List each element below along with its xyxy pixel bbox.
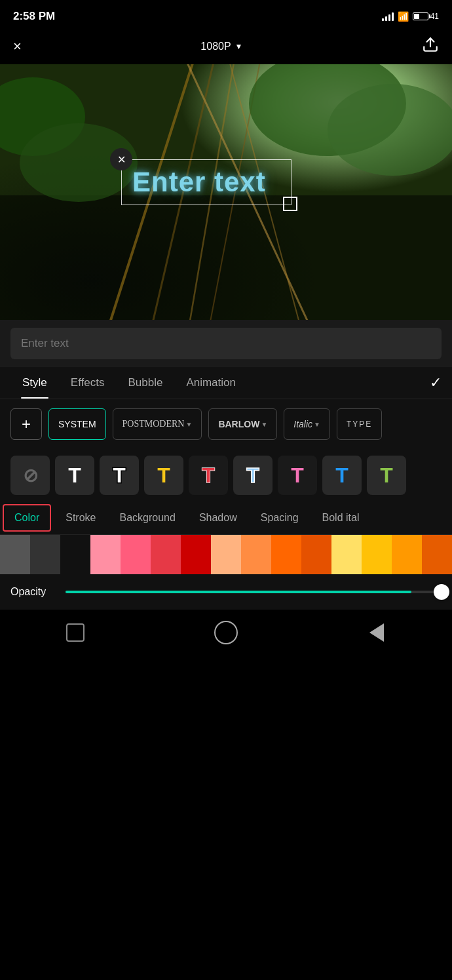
nav-stop-button[interactable] — [61, 618, 90, 647]
resolution-selector[interactable]: 1080P ▼ — [200, 41, 242, 52]
status-time: 2:58 PM — [13, 10, 55, 23]
bottom-panel: Style Effects Bubble Animation ✓ + SYSTE… — [0, 320, 452, 610]
style-red-outline[interactable]: T — [189, 456, 228, 495]
record-icon — [214, 621, 238, 644]
back-icon — [369, 623, 384, 642]
download-icon: ▼ — [261, 421, 267, 428]
subtab-shadow[interactable]: Shadow — [187, 504, 249, 532]
resolution-label: 1080P — [200, 41, 231, 52]
swatch-0[interactable] — [0, 535, 30, 574]
swatch-2[interactable] — [60, 535, 90, 574]
color-subtabs: Color Stroke Background Shadow Spacing B… — [0, 501, 452, 535]
text-bounding-box[interactable]: Enter text — [121, 159, 292, 205]
subtab-spacing[interactable]: Spacing — [249, 504, 311, 532]
stop-icon — [66, 623, 85, 642]
text-overlay-label: Enter text — [132, 167, 266, 197]
opacity-fill — [66, 591, 411, 593]
subtab-background[interactable]: Background — [107, 504, 187, 532]
opacity-thumb[interactable] — [434, 584, 449, 600]
color-palette — [0, 535, 452, 574]
nav-back-button[interactable] — [362, 618, 391, 647]
close-button[interactable]: × — [13, 38, 22, 55]
font-barlow[interactable]: BARLOW ▼ — [208, 408, 277, 440]
status-icons: 📶 41 — [382, 11, 439, 22]
style-blue-solid[interactable]: T — [322, 456, 362, 495]
video-background: ✕ Enter text — [0, 64, 452, 320]
signal-icon — [382, 12, 394, 21]
style-blue-outline[interactable]: T — [233, 456, 273, 495]
swatch-11[interactable] — [331, 535, 362, 574]
swatch-14[interactable] — [422, 535, 452, 574]
swatch-4[interactable] — [121, 535, 151, 574]
download-icon: ▼ — [185, 421, 192, 428]
swatch-6[interactable] — [181, 535, 211, 574]
nav-record-button[interactable] — [212, 618, 240, 647]
tabs-row: Style Effects Bubble Animation ✓ — [0, 367, 452, 399]
font-type[interactable]: TYPE — [337, 408, 382, 440]
font-postmodern[interactable]: POSTMODERN ▼ — [113, 408, 202, 440]
subtab-boldital[interactable]: Bold ital — [311, 504, 371, 532]
style-plain[interactable]: T — [55, 456, 94, 495]
style-yellow[interactable]: T — [144, 456, 183, 495]
tab-bubble[interactable]: Bubble — [116, 367, 174, 399]
opacity-row: Opacity — [0, 574, 452, 610]
text-input-row — [0, 320, 452, 367]
top-toolbar: × 1080P ▼ — [0, 29, 452, 64]
style-black-outline[interactable]: T — [100, 456, 139, 495]
add-font-button[interactable]: + — [10, 408, 42, 440]
text-delete-button[interactable]: ✕ — [110, 148, 132, 170]
tab-effects[interactable]: Effects — [59, 367, 117, 399]
tab-style[interactable]: Style — [10, 367, 59, 399]
tab-animation[interactable]: Animation — [174, 367, 248, 399]
swatch-9[interactable] — [271, 535, 301, 574]
swatch-5[interactable] — [151, 535, 181, 574]
style-pink[interactable]: T — [278, 456, 317, 495]
text-style-row: ⊘ T T T T T T T T — [0, 449, 452, 501]
swatch-8[interactable] — [241, 535, 271, 574]
style-green[interactable]: T — [367, 456, 406, 495]
swatch-12[interactable] — [362, 535, 392, 574]
bottom-nav — [0, 610, 452, 656]
resize-handle[interactable] — [283, 197, 297, 211]
status-bar: 2:58 PM 📶 41 — [0, 0, 452, 29]
subtab-color[interactable]: Color — [3, 504, 51, 532]
upload-button[interactable] — [422, 36, 439, 57]
chevron-down-icon: ▼ — [235, 42, 243, 51]
battery-icon: 41 — [413, 12, 439, 21]
wifi-icon: 📶 — [398, 11, 409, 22]
swatch-1[interactable] — [30, 535, 60, 574]
swatch-13[interactable] — [392, 535, 422, 574]
text-input[interactable] — [10, 328, 442, 359]
swatch-3[interactable] — [90, 535, 121, 574]
opacity-label: Opacity — [10, 586, 56, 598]
font-row: + SYSTEM POSTMODERN ▼ BARLOW ▼ Italic ▼ … — [0, 399, 452, 449]
download-icon: ▼ — [314, 421, 320, 428]
opacity-slider[interactable] — [66, 591, 442, 593]
font-system[interactable]: SYSTEM — [48, 408, 106, 440]
swatch-7[interactable] — [211, 535, 241, 574]
swatch-10[interactable] — [301, 535, 331, 574]
text-element[interactable]: ✕ Enter text — [121, 159, 292, 205]
subtab-stroke[interactable]: Stroke — [54, 504, 107, 532]
font-italic[interactable]: Italic ▼ — [284, 408, 330, 440]
confirm-checkmark[interactable]: ✓ — [430, 374, 442, 391]
video-preview: ✕ Enter text — [0, 64, 452, 320]
style-none[interactable]: ⊘ — [10, 456, 50, 495]
